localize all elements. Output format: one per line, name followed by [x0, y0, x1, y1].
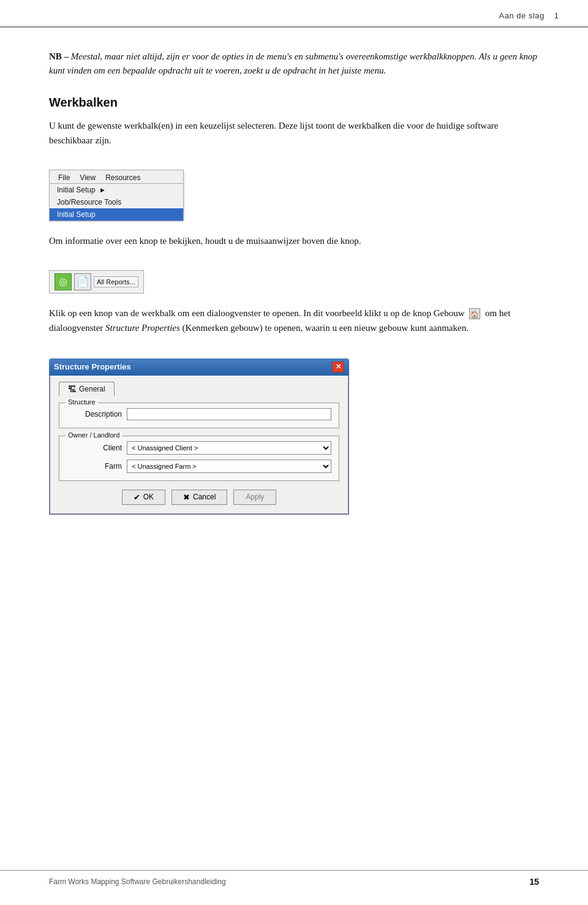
note-text: Meestal, maar niet altijd, zijn er voor …: [49, 51, 537, 75]
menu-view[interactable]: View: [75, 172, 100, 183]
ok-button[interactable]: ✔ OK: [122, 490, 165, 505]
icon-bar-simulation: ◎ 📄 All Reports...: [49, 270, 144, 293]
page-footer: Farm Works Mapping Software Gebruikersha…: [0, 870, 588, 887]
ok-label: OK: [143, 493, 154, 501]
content-area: NB – Meestal, maar niet altijd, zijn er …: [0, 28, 588, 566]
owner-legend: Owner / Landlord: [66, 431, 122, 439]
description-input[interactable]: [127, 408, 331, 420]
menu-initial-setup-2[interactable]: Initial Setup: [50, 208, 183, 221]
document-icon: 📄: [74, 273, 91, 290]
header-title: Aan de slag: [499, 11, 545, 20]
dialog-close-button[interactable]: ✕: [332, 362, 344, 373]
client-select-wrap: < Unassigned Client >: [127, 441, 331, 455]
general-tab-icon: 🏗: [68, 384, 77, 394]
description-row: Description: [67, 408, 331, 420]
farm-label: Farm: [67, 462, 122, 471]
dialog-titlebar: Structure Properties ✕: [49, 358, 349, 376]
ok-icon: ✔: [134, 493, 140, 502]
cancel-button[interactable]: ✖ Cancel: [172, 490, 227, 505]
structure-properties-dialog: Structure Properties ✕ 🏗 General Structu…: [49, 358, 349, 515]
dialog-body: 🏗 General Structure Description Owner / …: [49, 376, 349, 515]
menu-file[interactable]: File: [53, 172, 75, 183]
mouse-info-para: Om informatie over een knop te bekijken,…: [49, 233, 539, 248]
apply-label: Apply: [246, 493, 264, 501]
farm-row: Farm < Unassigned Farm >: [67, 460, 331, 473]
note-paragraph: NB – Meestal, maar niet altijd, zijn er …: [49, 50, 539, 78]
icon-bar-inner: ◎ 📄 All Reports...: [55, 273, 138, 290]
toolbar-dropdown: Initial Setup Job/Resource Tools Initial…: [50, 183, 183, 221]
page-header: Aan de slag 1: [0, 0, 588, 28]
dialog-footer: ✔ OK ✖ Cancel Apply: [59, 490, 339, 505]
green-circle-icon: ◎: [55, 273, 72, 290]
header-page-number: 1: [554, 11, 559, 20]
menu-resources[interactable]: Resources: [100, 172, 145, 183]
cancel-label: Cancel: [193, 493, 216, 501]
dialog-tabs: 🏗 General: [59, 382, 339, 396]
client-label: Client: [67, 444, 122, 452]
werkbalken-heading: Werkbalken: [49, 96, 539, 110]
tab-general-label: General: [79, 385, 105, 393]
werkbalken-para1: U kunt de gewenste werkbalk(en) in een k…: [49, 118, 539, 148]
dialog-title: Structure Properties: [54, 362, 131, 371]
tab-general[interactable]: 🏗 General: [59, 382, 115, 396]
client-row: Client < Unassigned Client >: [67, 441, 331, 455]
all-reports-label[interactable]: All Reports...: [94, 276, 138, 287]
structure-legend: Structure: [66, 398, 98, 406]
owner-fieldgroup: Owner / Landlord Client < Unassigned Cli…: [59, 436, 339, 481]
description-label: Description: [67, 410, 122, 418]
cancel-icon: ✖: [183, 493, 190, 502]
footer-page-number: 15: [529, 877, 539, 887]
open-dialog-para: Klik op een knop van de werkbalk om een …: [49, 306, 539, 335]
toolbar-menu-simulation: File View Resources Initial Setup Job/Re…: [49, 170, 184, 221]
farm-select-wrap: < Unassigned Farm >: [127, 460, 331, 473]
open-dialog-text4: (Kenmerken gebouw) te openen, waarin u e…: [183, 323, 469, 333]
menu-initial-setup-1[interactable]: Initial Setup: [50, 184, 183, 196]
client-select[interactable]: < Unassigned Client >: [127, 441, 331, 455]
building-icon-inline: 🏠: [469, 308, 480, 319]
note-bold: NB –: [49, 51, 69, 61]
apply-button[interactable]: Apply: [233, 490, 276, 505]
footer-left-text: Farm Works Mapping Software Gebruikersha…: [49, 877, 226, 886]
open-dialog-italic: Structure Properties: [105, 323, 180, 333]
structure-fieldgroup: Structure Description: [59, 403, 339, 428]
open-dialog-text1: Klik op een knop van de werkbalk om een …: [49, 308, 465, 318]
close-icon: ✕: [336, 363, 341, 371]
menu-job-resource[interactable]: Job/Resource Tools: [50, 196, 183, 208]
farm-select[interactable]: < Unassigned Farm >: [127, 460, 331, 473]
toolbar-menubar: File View Resources: [50, 170, 183, 183]
